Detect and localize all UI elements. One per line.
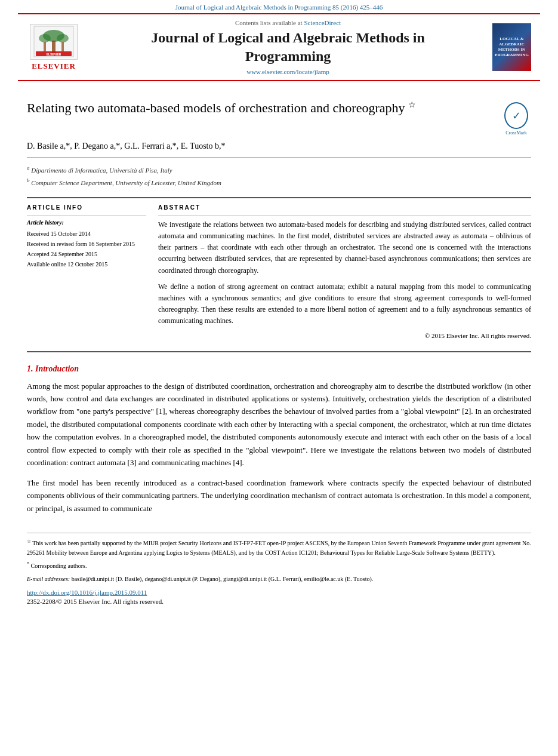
history-label: Article history: xyxy=(27,219,146,226)
article-info-label: ARTICLE INFO xyxy=(27,204,146,211)
aff-a-letter: a xyxy=(27,165,30,171)
elsevier-logo-image: ELSEVIER xyxy=(30,24,78,60)
elsevier-logo-block: ELSEVIER ELSEVIER xyxy=(24,24,84,71)
affiliations-block: a Dipartimento di Informatica, Universit… xyxy=(27,164,531,188)
journal-icon-block: LOGICAL & ALGEBRAIC METHODS IN PROGRAMMI… xyxy=(492,23,534,71)
abstract-para-1: We investigate the relations between two… xyxy=(158,219,531,276)
aff-a-text: Dipartimento di Informatica, Università … xyxy=(31,167,172,174)
introduction-heading: 1. Introduction xyxy=(27,364,531,374)
journal-url[interactable]: www.elsevier.com/locate/jlamp xyxy=(90,68,486,75)
crossmark-icon xyxy=(504,102,528,129)
elsevier-logo-svg: ELSEVIER xyxy=(33,25,75,58)
emails-label: E-mail addresses: xyxy=(27,576,70,582)
title-footnote-star: ☆ xyxy=(408,100,416,109)
abstract-para-2: We define a notion of strong agreement o… xyxy=(158,281,531,327)
copyright-line: © 2015 Elsevier Inc. All rights reserved… xyxy=(158,332,531,339)
divider-3 xyxy=(27,351,531,352)
abstract-column: ABSTRACT We investigate the relations be… xyxy=(158,204,531,339)
top-citation-bar: Journal of Logical and Algebraic Methods… xyxy=(0,0,558,13)
intro-paragraph-1: Among the most popular approaches to the… xyxy=(27,380,531,469)
footnote-star-symbol: ☆ xyxy=(27,539,31,544)
sciencedirect-link[interactable]: ScienceDirect xyxy=(304,19,341,26)
footnote-star: ☆ This work has been partially supported… xyxy=(27,538,531,558)
svg-rect-6 xyxy=(61,42,64,51)
abstract-text: We investigate the relations between two… xyxy=(158,219,531,327)
issn-text: 2352-2208/© 2015 Elsevier Inc. All right… xyxy=(27,598,531,605)
svg-rect-4 xyxy=(52,41,56,53)
authors-line: D. Basile a,*, P. Degano a,*, G.L. Ferra… xyxy=(27,142,531,151)
article-title: Relating two automata-based models of or… xyxy=(27,99,501,118)
journal-cover-icon: LOGICAL & ALGEBRAIC METHODS IN PROGRAMMI… xyxy=(492,23,531,71)
article-info-column: ARTICLE INFO Article history: Received 1… xyxy=(27,204,146,339)
aff-b-letter: b xyxy=(27,177,30,183)
journal-header: ELSEVIER ELSEVIER Contents lists availab… xyxy=(18,13,540,81)
top-citation-text: Journal of Logical and Algebraic Methods… xyxy=(175,4,383,11)
journal-title-block: Contents lists available at ScienceDirec… xyxy=(90,19,486,75)
footnote-emails: E-mail addresses: basile@di.unipi.it (D.… xyxy=(27,574,531,584)
received-date: Received 15 October 2014 xyxy=(27,229,146,239)
svg-point-3 xyxy=(57,34,69,42)
elsevier-brand-text: ELSEVIER xyxy=(32,62,76,71)
article-info-box: Article history: Received 15 October 201… xyxy=(27,216,146,269)
footnote-corresponding: * Corresponding authors. xyxy=(27,561,531,571)
aff-b-text: Computer Science Department, University … xyxy=(31,179,221,186)
footnote-asterisk: * xyxy=(27,561,29,567)
doi-link[interactable]: http://dx.doi.org/10.1016/j.jlamp.2015.0… xyxy=(27,589,531,596)
svg-rect-5 xyxy=(44,42,46,51)
article-title-section: Relating two automata-based models of or… xyxy=(27,99,531,136)
crossmark-badge: CrossMark xyxy=(501,99,531,136)
journal-title: Journal of Logical and Algebraic Methods… xyxy=(90,29,486,66)
sciencedirect-line: Contents lists available at ScienceDirec… xyxy=(90,19,486,26)
svg-point-2 xyxy=(39,34,51,42)
footnotes-section: ☆ This work has been partially supported… xyxy=(27,533,531,584)
intro-paragraph-2: The first model has been recently introd… xyxy=(27,477,531,515)
svg-text:ELSEVIER: ELSEVIER xyxy=(47,53,61,56)
abstract-box: We investigate the relations between two… xyxy=(158,216,531,339)
accepted-date: Accepted 24 September 2015 xyxy=(27,249,146,259)
abstract-label: ABSTRACT xyxy=(158,204,531,211)
divider-1 xyxy=(27,157,531,158)
available-date: Available online 12 October 2015 xyxy=(27,259,146,269)
divider-2 xyxy=(27,197,531,198)
crossmark-label: CrossMark xyxy=(505,130,527,136)
main-content: Relating two automata-based models of or… xyxy=(0,81,558,616)
emails-text: basile@di.unipi.it (D. Basile), degano@d… xyxy=(72,576,374,582)
revised-date: Received in revised form 16 September 20… xyxy=(27,239,146,249)
info-abstract-columns: ARTICLE INFO Article history: Received 1… xyxy=(27,204,531,339)
